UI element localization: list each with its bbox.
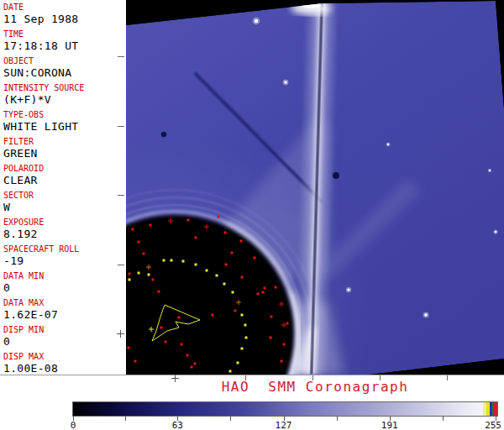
- field-label: POLAROID: [3, 163, 126, 174]
- red-fiducial-dot: [191, 366, 193, 369]
- star-point: [347, 288, 349, 291]
- colorbar: [72, 401, 498, 417]
- red-fiducial-dot: [241, 276, 244, 279]
- red-fiducial-dot: [134, 360, 137, 363]
- metadata-field: SPACECRAFT ROLL-19: [3, 244, 126, 268]
- field-value: 1.62E-07: [3, 308, 126, 322]
- red-fiducial-dot: [152, 279, 155, 281]
- field-label: DISP MIN: [3, 324, 126, 335]
- star-point: [495, 231, 497, 233]
- metadata-field: SECTORW: [3, 190, 126, 214]
- yellow-fiducial-dot: [182, 260, 185, 263]
- red-fiducial-dot: [187, 219, 190, 222]
- metadata-field: OBJECTSUN:CORONA: [3, 55, 126, 80]
- star-point: [424, 313, 428, 317]
- field-label: TYPE-OBS: [3, 109, 126, 120]
- yellow-fiducial-dot: [148, 274, 150, 276]
- yellow-fiducial-dot: [241, 314, 244, 317]
- colorbar-tick-label: 127: [276, 420, 292, 430]
- field-value: 17:18:18 UT: [3, 39, 126, 53]
- cross-bar: [120, 330, 121, 338]
- field-label: SECTOR: [3, 190, 126, 201]
- field-label: OBJECT: [3, 55, 126, 66]
- red-fiducial-dot: [158, 291, 160, 293]
- metadata-field: FILTERGREEN: [3, 136, 126, 160]
- colorbar-minor-tick: [337, 417, 338, 421]
- field-label: EXPOSURE: [3, 217, 126, 228]
- red-fiducial-dot: [181, 343, 183, 346]
- red-fiducial-dot: [262, 291, 265, 294]
- red-fiducial-dot: [165, 341, 167, 343]
- red-fiducial-dot: [186, 354, 189, 357]
- metadata-field: POLAROIDCLEAR: [3, 163, 126, 187]
- field-value: -19: [3, 254, 126, 268]
- yellow-fiducial-dot: [129, 279, 131, 281]
- coronagraph-viewer-window: DATE11 Sep 1988TIME17:18:18 UTOBJECTSUN:…: [0, 0, 504, 430]
- metadata-field: TIME17:18:18 UT: [3, 29, 126, 53]
- left-fiducial-tick: [118, 265, 124, 265]
- red-fiducial-dot: [128, 347, 130, 349]
- red-fiducial-dot: [178, 317, 181, 319]
- red-fiducial-dot: [212, 314, 214, 317]
- field-value: WHITE LIGHT: [3, 120, 126, 134]
- red-fiducial-dot: [194, 363, 197, 365]
- yellow-fiducial-dot: [138, 272, 140, 275]
- field-label: DATE: [3, 2, 126, 13]
- field-value: 1.00E-08: [3, 362, 126, 375]
- red-fiducial-dot: [224, 232, 227, 234]
- red-fiducial-dot: [264, 287, 266, 290]
- field-value: W: [3, 201, 126, 214]
- red-fiducial-dot: [132, 228, 134, 231]
- yellow-fiducial-dot: [229, 370, 232, 373]
- yellow-fiducial-dot: [237, 362, 239, 364]
- star-point: [255, 19, 258, 23]
- field-value: SUN:CORONA: [3, 66, 126, 80]
- yellow-fiducial-dot: [171, 260, 173, 262]
- field-value: GREEN: [3, 147, 126, 160]
- yellow-fiducial-dot: [223, 283, 226, 286]
- red-fiducial-dot: [231, 252, 234, 254]
- field-label: FILTER: [3, 136, 126, 147]
- dark-spot: [161, 132, 166, 137]
- colorbar-minor-tick: [443, 417, 444, 421]
- field-value: 11 Sep 1988: [3, 13, 126, 26]
- red-fiducial-dot: [195, 237, 197, 239]
- field-value: (K+F)*V: [3, 93, 126, 107]
- red-fiducial-dot: [218, 216, 220, 218]
- metadata-field: DATA MAX1.62E-07: [3, 297, 126, 322]
- red-fiducial-dot: [281, 360, 283, 363]
- metadata-field: DATE11 Sep 1988: [3, 2, 126, 26]
- red-fiducial-dot: [160, 327, 163, 329]
- field-value: 0: [3, 335, 126, 349]
- field-label: DATA MAX: [3, 297, 126, 308]
- red-fiducial-dot: [257, 293, 260, 296]
- red-fiducial-dot: [275, 286, 277, 289]
- metadata-field: DATA MIN0: [3, 270, 126, 295]
- field-label: SPACECRAFT ROLL: [3, 244, 126, 254]
- metadata-field: TYPE-OBSWHITE LIGHT: [3, 109, 126, 134]
- field-label: DATA MIN: [3, 270, 126, 281]
- metadata-field: DISP MIN0: [3, 324, 126, 349]
- left-fiducial-tick: [118, 126, 124, 127]
- red-fiducial-dot: [143, 253, 145, 255]
- red-fiducial-dot: [283, 343, 286, 346]
- page-title: HAO SMM Coronagraph: [126, 379, 504, 395]
- image-baseline: [0, 375, 504, 375]
- red-fiducial-dot: [270, 316, 273, 318]
- red-fiducial-dot: [150, 224, 152, 227]
- coronagraph-image: [126, 0, 504, 375]
- colorbar-tick-label: 255: [485, 420, 501, 430]
- field-value: CLEAR: [3, 174, 126, 187]
- left-fiducial-tick: [118, 56, 124, 57]
- colorbar-minor-tick: [230, 417, 231, 421]
- colorbar-end-stripe: [494, 402, 497, 416]
- yellow-fiducial-dot: [245, 337, 248, 339]
- yellow-fiducial-dot: [216, 275, 218, 277]
- yellow-fiducial-dot: [232, 291, 234, 294]
- field-label: TIME: [3, 29, 126, 39]
- colorbar-minor-tick: [125, 417, 126, 421]
- field-label: INTENSITY SOURCE: [3, 82, 126, 93]
- yellow-fiducial-dot: [241, 348, 244, 350]
- red-fiducial-dot: [270, 337, 272, 339]
- red-fiducial-dot: [254, 257, 256, 260]
